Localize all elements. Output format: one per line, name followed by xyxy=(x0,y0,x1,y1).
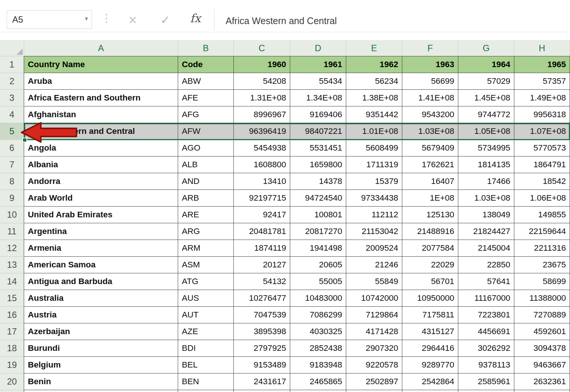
cell-e18[interactable]: 2907320 xyxy=(346,340,402,357)
cell-h15[interactable]: 11388000 xyxy=(514,290,570,307)
cell-d18[interactable]: 2852438 xyxy=(290,340,346,357)
cell-a21[interactable] xyxy=(24,390,178,392)
cell-c9[interactable]: 92197715 xyxy=(234,190,290,207)
cell-c21[interactable] xyxy=(234,390,290,392)
cell-g3[interactable]: 1.45E+08 xyxy=(458,90,514,106)
cell-h4[interactable]: 9956318 xyxy=(514,106,570,123)
row-header-15[interactable]: 15 xyxy=(0,290,24,307)
cell-c11[interactable]: 20481781 xyxy=(234,223,290,240)
cell-a19[interactable]: Belgium xyxy=(24,357,178,373)
cell-c4[interactable]: 8996967 xyxy=(234,106,290,123)
cell-a5[interactable]: Africa Western and Central xyxy=(24,123,178,140)
cell-a9[interactable]: Arab World xyxy=(24,190,178,207)
cell-b3[interactable]: AFE xyxy=(178,90,234,106)
row-header-12[interactable]: 12 xyxy=(0,240,24,257)
cell-e5[interactable]: 1.01E+08 xyxy=(346,123,402,140)
cell-f19[interactable]: 9289770 xyxy=(402,357,458,373)
cell-c13[interactable]: 20127 xyxy=(234,257,290,273)
cell-f8[interactable]: 16407 xyxy=(402,173,458,190)
cell-b15[interactable]: AUS xyxy=(178,290,234,307)
cell-a10[interactable]: United Arab Emirates xyxy=(24,207,178,223)
row-header-21[interactable]: 21 xyxy=(0,390,24,392)
cell-b11[interactable]: ARG xyxy=(178,223,234,240)
row-header-18[interactable]: 18 xyxy=(0,340,24,357)
cell-f15[interactable]: 10950000 xyxy=(402,290,458,307)
cell-h1[interactable]: 1965 xyxy=(514,56,570,73)
row-header-2[interactable]: 2 xyxy=(0,73,24,90)
cell-f16[interactable]: 7175811 xyxy=(402,307,458,323)
cell-h5[interactable]: 1.07E+08 xyxy=(514,123,570,140)
cell-d15[interactable]: 10483000 xyxy=(290,290,346,307)
cell-g5[interactable]: 1.05E+08 xyxy=(458,123,514,140)
cell-g12[interactable]: 2145004 xyxy=(458,240,514,257)
column-header-b[interactable]: B xyxy=(178,40,234,56)
cell-b16[interactable]: AUT xyxy=(178,307,234,323)
cell-e6[interactable]: 5608499 xyxy=(346,140,402,157)
column-header-e[interactable]: E xyxy=(346,40,402,56)
cell-e8[interactable]: 15379 xyxy=(346,173,402,190)
cell-g17[interactable]: 4456691 xyxy=(458,323,514,340)
cell-g16[interactable]: 7223801 xyxy=(458,307,514,323)
cell-b8[interactable]: AND xyxy=(178,173,234,190)
cell-c10[interactable]: 92417 xyxy=(234,207,290,223)
column-header-h[interactable]: H xyxy=(514,40,570,56)
cell-b12[interactable]: ARM xyxy=(178,240,234,257)
cell-f4[interactable]: 9543200 xyxy=(402,106,458,123)
cell-c19[interactable]: 9153489 xyxy=(234,357,290,373)
cell-b4[interactable]: AFG xyxy=(178,106,234,123)
row-header-6[interactable]: 6 xyxy=(0,140,24,157)
row-header-4[interactable]: 4 xyxy=(0,106,24,123)
cell-f2[interactable]: 56699 xyxy=(402,73,458,90)
cell-a17[interactable]: Azerbaijan xyxy=(24,323,178,340)
row-header-3[interactable]: 3 xyxy=(0,90,24,106)
cell-e2[interactable]: 56234 xyxy=(346,73,402,90)
cell-e11[interactable]: 21153042 xyxy=(346,223,402,240)
row-header-13[interactable]: 13 xyxy=(0,257,24,273)
cell-e17[interactable]: 4171428 xyxy=(346,323,402,340)
cell-b21[interactable] xyxy=(178,390,234,392)
cell-g8[interactable]: 17466 xyxy=(458,173,514,190)
cell-c3[interactable]: 1.31E+08 xyxy=(234,90,290,106)
cell-d7[interactable]: 1659800 xyxy=(290,157,346,173)
column-header-f[interactable]: F xyxy=(402,40,458,56)
cell-e9[interactable]: 97334438 xyxy=(346,190,402,207)
cell-g9[interactable]: 1.03E+08 xyxy=(458,190,514,207)
enter-icon[interactable]: ✓ xyxy=(160,14,170,26)
column-header-c[interactable]: C xyxy=(234,40,290,56)
cell-g6[interactable]: 5734995 xyxy=(458,140,514,157)
row-header-17[interactable]: 17 xyxy=(0,323,24,340)
cell-f14[interactable]: 56701 xyxy=(402,273,458,290)
row-header-19[interactable]: 19 xyxy=(0,357,24,373)
row-header-1[interactable]: 1 xyxy=(0,56,24,73)
cell-a3[interactable]: Africa Eastern and Southern xyxy=(24,90,178,106)
cell-h20[interactable]: 2632361 xyxy=(514,373,570,390)
row-header-11[interactable]: 11 xyxy=(0,223,24,240)
cell-g7[interactable]: 1814135 xyxy=(458,157,514,173)
cell-d6[interactable]: 5531451 xyxy=(290,140,346,157)
cell-a2[interactable]: Aruba xyxy=(24,73,178,90)
cell-f9[interactable]: 1E+08 xyxy=(402,190,458,207)
cell-g2[interactable]: 57029 xyxy=(458,73,514,90)
cell-a8[interactable]: Andorra xyxy=(24,173,178,190)
column-header-g[interactable]: G xyxy=(458,40,514,56)
cell-g20[interactable]: 2585961 xyxy=(458,373,514,390)
cell-a4[interactable]: Afghanistan xyxy=(24,106,178,123)
cell-h9[interactable]: 1.06E+08 xyxy=(514,190,570,207)
fill-handle[interactable] xyxy=(22,138,27,142)
cell-h18[interactable]: 3094378 xyxy=(514,340,570,357)
cell-a18[interactable]: Burundi xyxy=(24,340,178,357)
cell-e3[interactable]: 1.38E+08 xyxy=(346,90,402,106)
cell-b6[interactable]: AGO xyxy=(178,140,234,157)
cell-h12[interactable]: 2211316 xyxy=(514,240,570,257)
cell-d10[interactable]: 100801 xyxy=(290,207,346,223)
row-header-10[interactable]: 10 xyxy=(0,207,24,223)
cell-c15[interactable]: 10276477 xyxy=(234,290,290,307)
cell-g13[interactable]: 22850 xyxy=(458,257,514,273)
cell-b9[interactable]: ARB xyxy=(178,190,234,207)
cell-d14[interactable]: 55005 xyxy=(290,273,346,290)
cell-c14[interactable]: 54132 xyxy=(234,273,290,290)
cell-g1[interactable]: 1964 xyxy=(458,56,514,73)
cell-c20[interactable]: 2431617 xyxy=(234,373,290,390)
cell-g10[interactable]: 138049 xyxy=(458,207,514,223)
cancel-icon[interactable]: ✕ xyxy=(128,15,137,26)
